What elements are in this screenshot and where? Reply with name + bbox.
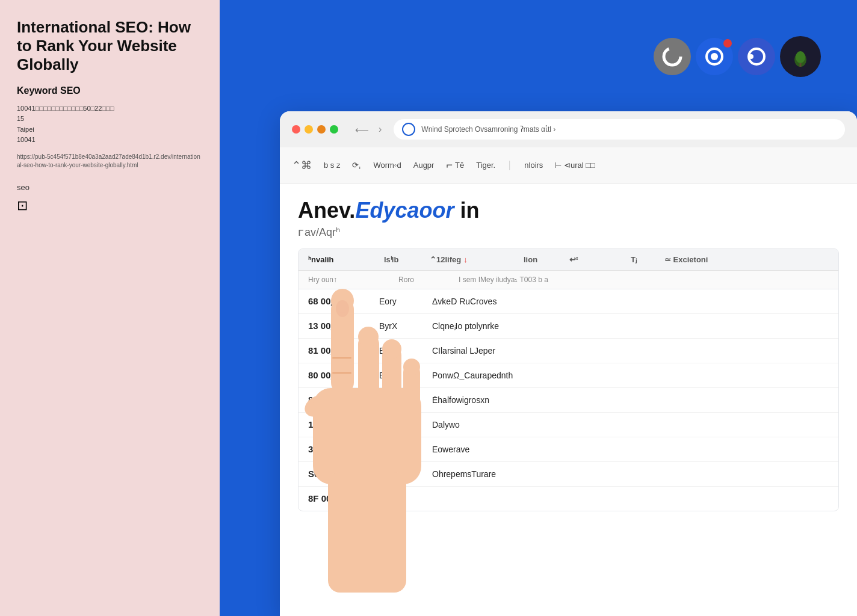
cell-vol: 13 00ⱼ→ <box>308 321 374 331</box>
browser-icon-3 <box>738 38 775 75</box>
arrow-down-icon: • <box>333 298 335 306</box>
cell-dir: RylX <box>379 420 427 430</box>
address-text: Wnind Sprotech Ovsamroning ʔmats αἰtl › <box>421 125 837 134</box>
col-header-6: Tⱼ <box>631 255 655 264</box>
cell-dir: Bury <box>379 395 427 405</box>
arrow-down-icon: • <box>333 446 335 454</box>
toolbar-item-te[interactable]: ⌐ Tē <box>446 159 464 171</box>
traffic-light-close[interactable] <box>292 125 300 134</box>
browser-chrome: ⟵ › Wnind Sprotech Ovsamroning ʔmats αἰt… <box>280 111 857 147</box>
table-row: 82 00ⱼ• Bury Ēhalfowigrosxn <box>299 388 838 413</box>
toolbar-icon-2: ⟳ˌ <box>352 161 361 170</box>
table-row: 17 00₄• RylX Dalywo <box>299 413 838 437</box>
table-row: S0 00ⱼ• Nilly OhrepemsTurare <box>299 462 838 487</box>
page-subtitle: ᴦav/Aqrʰ <box>298 226 839 239</box>
cell-kw: CIlarsinal LJeper <box>432 346 602 356</box>
table-row: 32 00ⱼ• Bory Eowerave <box>299 437 838 462</box>
page-heading: Anev.Edycaoor in <box>298 198 839 223</box>
top-bar <box>220 0 857 111</box>
traffic-lights <box>292 125 338 134</box>
toolbar-item-tiger[interactable]: Tiger. <box>476 161 495 170</box>
cell-vol: 32 00ⱼ• <box>308 444 374 455</box>
data-table: ʰnvalih lsᴵlb ⌃12lifeg ↓ lion ↩ᶦ Tⱼ ≃ Ex… <box>298 248 839 511</box>
arrow-down-icon: • <box>333 495 335 504</box>
cell-dir: Nilly <box>379 469 427 479</box>
col-header-1: lsᴵlb <box>384 255 420 264</box>
cell-kw: ΔvkeD RuCroves <box>432 297 602 306</box>
arrow-down-icon: • <box>333 347 335 356</box>
arrow-down-icon: • <box>333 396 335 405</box>
sub-header-2: I sem IMey iludya₁ T003 b a <box>459 276 548 284</box>
sidebar-url: https://pub-5c454f571b8e40a3a2aad27ade84… <box>17 153 203 170</box>
browser-icon-1 <box>654 38 691 75</box>
browser-icon-2 <box>696 38 733 75</box>
arrow-down-icon: • <box>333 470 336 479</box>
toolbar-item-0[interactable]: ⌃⌘ <box>292 159 312 172</box>
col-header-0: ʰnvalih <box>308 255 374 264</box>
toolbar-item-1[interactable]: b s z <box>324 161 340 170</box>
svg-point-2 <box>711 53 718 60</box>
sidebar-tag-icon: ⊡ <box>17 198 203 214</box>
arrow-down-icon: • <box>335 421 337 430</box>
page-heading-part3: in <box>454 198 479 223</box>
page-content: Anev.Edycaoor in ᴦav/Aqrʰ ʰnvalih lsᴵlb … <box>280 183 857 616</box>
table-row: 13 00ⱼ→ ByrX ClqneⱼIo ptolynrke <box>299 314 838 339</box>
cell-vol: 8F 00ⱼ• <box>308 493 374 504</box>
toolbar-icon-te: ⌐ <box>446 159 453 171</box>
cell-kw: PonwΩ_Caurapednth <box>432 371 602 380</box>
cell-kw: OhrepemsTurare <box>432 469 602 479</box>
cell-vol: 80 00ⱼ• <box>308 370 374 381</box>
toolbar-item-ural[interactable]: ⊢ ⊲ural □□ <box>555 161 595 170</box>
toolbar-item-augpr[interactable]: Augpr <box>413 161 435 170</box>
cell-dir: Bory <box>379 445 427 454</box>
nav-back[interactable]: ⟵ <box>353 122 371 138</box>
toolbar-item-worm[interactable]: Worm◦d <box>373 161 401 170</box>
sidebar: International SEO: How to Rank Your Webs… <box>0 0 220 616</box>
table-row: 8F 00ⱼ• <box>299 487 838 511</box>
page-heading-part1: Anev. <box>298 198 355 223</box>
page-heading-part2: Edycaoor <box>355 198 454 223</box>
cell-dir: Eory <box>379 297 427 306</box>
cell-dir: Egry <box>379 346 427 356</box>
svg-point-0 <box>664 48 681 65</box>
col-header-2: ⌃12lifeg ↓ <box>430 255 514 264</box>
cell-kw: Dalywo <box>432 420 602 430</box>
browser-icon-4 <box>780 36 821 77</box>
cell-vol: 81 00ⱼ• <box>308 345 374 356</box>
sidebar-tag: seo <box>17 183 203 192</box>
cell-kw: Eowerave <box>432 445 602 454</box>
col-header-7: ≃ Excietoni <box>664 255 725 264</box>
traffic-light-minimize[interactable] <box>305 125 313 134</box>
table-header: ʰnvalih lsᴵlb ⌃12lifeg ↓ lion ↩ᶦ Tⱼ ≃ Ex… <box>299 249 838 271</box>
sidebar-meta: 10041□□□□□□□□□□□□50□22□□□ 15 Taipei 1004… <box>17 103 203 146</box>
cell-kw: Ēhalfowigrosxn <box>432 395 602 405</box>
main-area: ⟵ › Wnind Sprotech Ovsamroning ʔmats αἰt… <box>220 0 857 616</box>
svg-point-4 <box>749 54 753 59</box>
cell-vol: 68 00ⱼ• <box>308 296 374 307</box>
sub-header-1: Roro <box>398 276 435 284</box>
col-header-3: lion <box>524 255 560 264</box>
cell-vol: S0 00ⱼ• <box>308 469 374 479</box>
svg-point-6 <box>796 51 805 63</box>
toolbar: ⌃⌘ b s z ⟳ˌ Worm◦d Augpr ⌐ Tē Tiger. │ n… <box>280 147 857 183</box>
sidebar-title: International SEO: How to Rank Your Webs… <box>17 18 203 75</box>
cell-vol: 17 00₄• <box>308 419 374 430</box>
col-header-4: ↩ᶦ <box>569 255 593 264</box>
cell-kw: ClqneⱼIo ptolynrke <box>432 321 602 331</box>
sidebar-subtitle: Keyword SEO <box>17 85 203 96</box>
table-row: 68 00ⱼ• Eory ΔvkeD RuCroves <box>299 289 838 314</box>
sub-header-0: Hry oun↑ <box>308 276 374 284</box>
address-bar[interactable]: Wnind Sprotech Ovsamroning ʔmats αἰtl › <box>394 119 845 140</box>
toolbar-item-nloirs[interactable]: nloirs <box>524 161 543 170</box>
toolbar-icon-0: ⌃⌘ <box>292 159 312 172</box>
nav-forward[interactable]: › <box>376 122 384 138</box>
table-sub-header: Hry oun↑ Roro I sem IMey iludya₁ T003 b … <box>299 271 838 289</box>
table-row: 81 00ⱼ• Egry CIlarsinal LJeper <box>299 339 838 363</box>
traffic-light-maximize[interactable] <box>330 125 338 134</box>
cell-dir: ByrX <box>379 321 427 331</box>
traffic-light-orange[interactable] <box>317 125 326 134</box>
browser-icons <box>654 36 821 77</box>
browser-window: ⟵ › Wnind Sprotech Ovsamroning ʔmats αἰt… <box>280 111 857 616</box>
nav-buttons: ⟵ › <box>353 122 384 138</box>
toolbar-item-2[interactable]: ⟳ˌ <box>352 161 361 170</box>
